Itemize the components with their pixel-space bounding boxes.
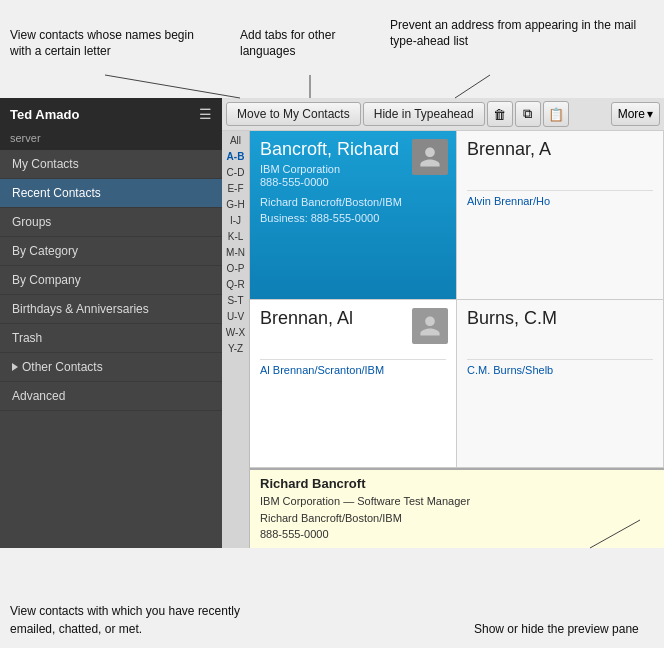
contact-card-brennar[interactable]: Brennar, A Alvin Brennar/Ho xyxy=(457,131,664,299)
alpha-wx[interactable]: W-X xyxy=(222,325,249,341)
alpha-gh[interactable]: G-H xyxy=(222,197,249,213)
contact-card-bancroft[interactable]: Bancroft, Richard IBM Corporation 888-55… xyxy=(250,131,457,299)
contact-name-burns: Burns, C.M xyxy=(467,308,653,329)
sidebar-item-groups[interactable]: Groups xyxy=(0,208,222,237)
menu-icon[interactable]: ☰ xyxy=(199,106,212,122)
contact-detail-brennar: Alvin Brennar/Ho xyxy=(467,195,653,207)
sidebar-item-my-contacts[interactable]: My Contacts xyxy=(0,150,222,179)
alpha-all[interactable]: All xyxy=(222,133,249,149)
arrow-right-icon xyxy=(12,363,18,371)
alpha-st[interactable]: S-T xyxy=(222,293,249,309)
alpha-uv[interactable]: U-V xyxy=(222,309,249,325)
contact-detail2-bancroft: Business: 888-555-0000 xyxy=(260,212,446,224)
contact-card-burns[interactable]: Burns, C.M C.M. Burns/Shelb xyxy=(457,300,664,468)
preview-line3: 888-555-0000 xyxy=(260,526,654,543)
contact-detail-brennan: Al Brennan/Scranton/IBM xyxy=(260,364,446,376)
annotation-top-right: Prevent an address from appearing in the… xyxy=(390,18,640,49)
contact-phone-bancroft: 888-555-0000 xyxy=(260,176,446,188)
user-name: Ted Amado xyxy=(10,107,79,122)
annotation-bottom-right: Show or hide the preview pane xyxy=(474,620,654,638)
sidebar-item-birthdays[interactable]: Birthdays & Anniversaries xyxy=(0,295,222,324)
preview-name: Richard Bancroft xyxy=(260,476,654,491)
paste-button[interactable]: 📋 xyxy=(543,101,569,127)
contacts-row-bottom: Brennan, Al Al Brennan/Scranton/IBM Burn… xyxy=(250,300,664,469)
sidebar-item-trash[interactable]: Trash xyxy=(0,324,222,353)
delete-button[interactable]: 🗑 xyxy=(487,101,513,127)
sidebar: Ted Amado ☰ server My Contacts Recent Co… xyxy=(0,98,222,548)
avatar-brennan xyxy=(412,308,448,344)
preview-line2: Richard Bancroft/Boston/IBM xyxy=(260,510,654,527)
contact-card-brennan[interactable]: Brennan, Al Al Brennan/Scranton/IBM xyxy=(250,300,457,468)
svg-line-0 xyxy=(105,75,240,98)
contact-detail1-bancroft: Richard Bancroft/Boston/IBM xyxy=(260,196,446,208)
more-button[interactable]: More ▾ xyxy=(611,102,660,126)
toolbar: Move to My Contacts Hide in Typeahead 🗑 … xyxy=(222,98,664,131)
annotation-top-left: View contacts whose names begin with a c… xyxy=(10,28,210,59)
alpha-ab[interactable]: A-B xyxy=(222,149,249,165)
alpha-ef[interactable]: E-F xyxy=(222,181,249,197)
hide-typeahead-button[interactable]: Hide in Typeahead xyxy=(363,102,485,126)
copy-button[interactable]: ⧉ xyxy=(515,101,541,127)
sidebar-item-by-category[interactable]: By Category xyxy=(0,237,222,266)
sidebar-header: Ted Amado ☰ xyxy=(0,98,222,130)
alpha-kl[interactable]: K-L xyxy=(222,229,249,245)
preview-pane: Richard Bancroft IBM Corporation — Softw… xyxy=(250,468,664,548)
contacts-grid: Bancroft, Richard IBM Corporation 888-55… xyxy=(250,131,664,548)
alpha-qr[interactable]: Q-R xyxy=(222,277,249,293)
alpha-op[interactable]: O-P xyxy=(222,261,249,277)
contact-detail-burns: C.M. Burns/Shelb xyxy=(467,364,653,376)
alpha-mn[interactable]: M-N xyxy=(222,245,249,261)
svg-line-2 xyxy=(455,75,490,98)
chevron-down-icon: ▾ xyxy=(647,107,653,121)
sidebar-item-advanced[interactable]: Advanced xyxy=(0,382,222,411)
alpha-cd[interactable]: C-D xyxy=(222,165,249,181)
content-body: All A-B C-D E-F G-H I-J K-L M-N O-P Q-R … xyxy=(222,131,664,548)
contact-name-brennar: Brennar, A xyxy=(467,139,653,160)
preview-line1: IBM Corporation — Software Test Manager xyxy=(260,493,654,510)
alpha-yz[interactable]: Y-Z xyxy=(222,341,249,357)
contacts-row-top: Bancroft, Richard IBM Corporation 888-55… xyxy=(250,131,664,300)
user-server: server xyxy=(0,130,222,150)
alpha-ij[interactable]: I-J xyxy=(222,213,249,229)
sidebar-item-recent-contacts[interactable]: Recent Contacts xyxy=(0,179,222,208)
main-content: Move to My Contacts Hide in Typeahead 🗑 … xyxy=(222,98,664,548)
sidebar-item-by-company[interactable]: By Company xyxy=(0,266,222,295)
annotation-bottom-left: View contacts with which you have recent… xyxy=(10,602,250,638)
annotation-top-middle: Add tabs for other languages xyxy=(240,28,370,59)
avatar-bancroft xyxy=(412,139,448,175)
move-to-contacts-button[interactable]: Move to My Contacts xyxy=(226,102,361,126)
alpha-bar: All A-B C-D E-F G-H I-J K-L M-N O-P Q-R … xyxy=(222,131,250,548)
sidebar-item-other-contacts[interactable]: Other Contacts xyxy=(0,353,222,382)
